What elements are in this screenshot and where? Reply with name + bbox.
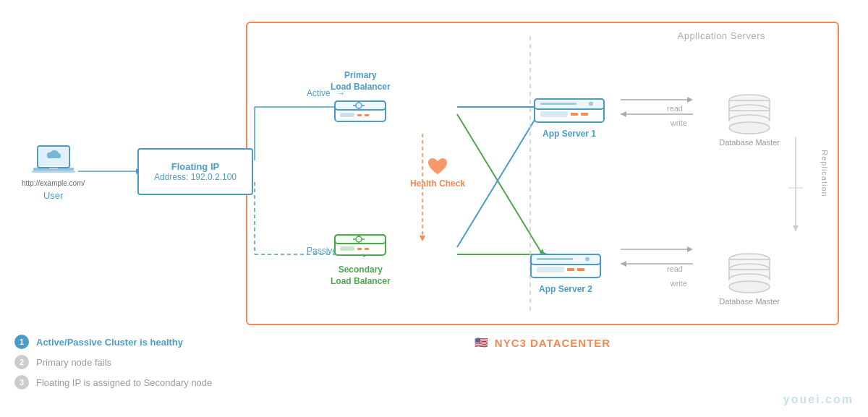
app-server-2-label: App Server 2 <box>539 284 592 294</box>
svg-rect-53 <box>571 113 578 116</box>
db-master-1-icon <box>720 92 778 135</box>
app-server-1-icon <box>533 95 605 126</box>
svg-point-70 <box>729 122 770 134</box>
app-server-2: App Server 2 <box>529 251 602 294</box>
health-check-heart-icon <box>426 157 449 177</box>
svg-point-63 <box>585 257 590 262</box>
svg-rect-54 <box>581 113 588 116</box>
db-master-2-icon <box>720 251 778 294</box>
legend-circle-1: 1 <box>14 335 29 349</box>
app-server-1: App Server 1 <box>533 95 605 139</box>
floating-ip-address: Address: 192.0.2.100 <box>154 172 237 182</box>
legend-section: 1 Active/Passive Cluster is healthy 2 Pr… <box>14 335 212 395</box>
svg-point-56 <box>589 102 593 106</box>
floating-ip-title: Floating IP <box>171 161 219 172</box>
svg-rect-60 <box>567 268 574 271</box>
legend-text-2: Primary node fails <box>36 357 111 368</box>
db-master-2-label: Database Master <box>719 297 780 306</box>
watermark: youei.com <box>783 393 854 406</box>
legend-item-1: 1 Active/Passive Cluster is healthy <box>14 335 212 349</box>
db-master-2: Database Master <box>719 251 780 306</box>
svg-rect-62 <box>537 258 573 260</box>
svg-rect-47 <box>340 246 354 251</box>
nyc3-label: 🇺🇸 NYC3 DATACENTER <box>475 336 610 349</box>
svg-rect-55 <box>540 103 576 105</box>
db-master-1: Database Master <box>719 92 780 147</box>
app-server-1-label: App Server 1 <box>542 129 596 139</box>
db-master-1-label: Database Master <box>719 138 780 147</box>
main-container: Application Servers Replication 🇺🇸 NYC3 … <box>0 0 868 417</box>
lb-primary-icon <box>331 95 389 128</box>
legend-text-3: Floating IP is assigned to Secondary nod… <box>36 377 212 388</box>
app-servers-label: Application Servers <box>678 30 766 41</box>
secondary-lb-label: Secondary Load Balancer <box>331 265 391 287</box>
app-server-2-icon <box>529 251 602 281</box>
laptop-icon <box>32 145 75 178</box>
svg-rect-81 <box>32 171 75 173</box>
svg-rect-61 <box>577 268 584 271</box>
svg-rect-39 <box>365 114 369 116</box>
lb-secondary-icon <box>331 229 389 262</box>
svg-rect-37 <box>340 113 354 117</box>
svg-rect-48 <box>357 248 362 250</box>
legend-circle-2: 2 <box>14 355 29 369</box>
user-section: http://example.com/ User <box>22 145 85 201</box>
user-url: http://example.com/ <box>22 179 85 187</box>
health-check: Health Check <box>410 157 465 189</box>
replication-label: Replication <box>820 150 828 197</box>
svg-point-77 <box>729 281 770 293</box>
svg-rect-82 <box>49 168 58 169</box>
svg-rect-52 <box>540 111 568 117</box>
secondary-lb: Secondary Load Balancer <box>331 229 391 287</box>
floating-ip-box: Floating IP Address: 192.0.2.100 <box>137 148 253 195</box>
flag-icon: 🇺🇸 <box>475 336 489 349</box>
legend-item-2: 2 Primary node fails <box>14 355 212 369</box>
svg-rect-49 <box>365 248 369 250</box>
primary-lb-label: Primary Load Balancer <box>331 70 391 93</box>
legend-item-3: 3 Floating IP is assigned to Secondary n… <box>14 375 212 390</box>
write-label-2: write <box>671 276 687 289</box>
svg-rect-38 <box>357 114 362 116</box>
legend-text-1: Active/Passive Cluster is healthy <box>36 337 183 348</box>
svg-rect-59 <box>537 267 564 272</box>
read-label-2: read <box>667 262 683 275</box>
primary-lb: Primary Load Balancer <box>331 70 391 128</box>
health-check-label: Health Check <box>410 179 465 189</box>
read-label-1: read <box>667 101 683 114</box>
legend-circle-3: 3 <box>14 375 29 390</box>
user-label: User <box>43 190 63 201</box>
datacenter-box: Application Servers Replication 🇺🇸 NYC3 … <box>246 22 839 325</box>
write-label-1: write <box>671 116 687 129</box>
